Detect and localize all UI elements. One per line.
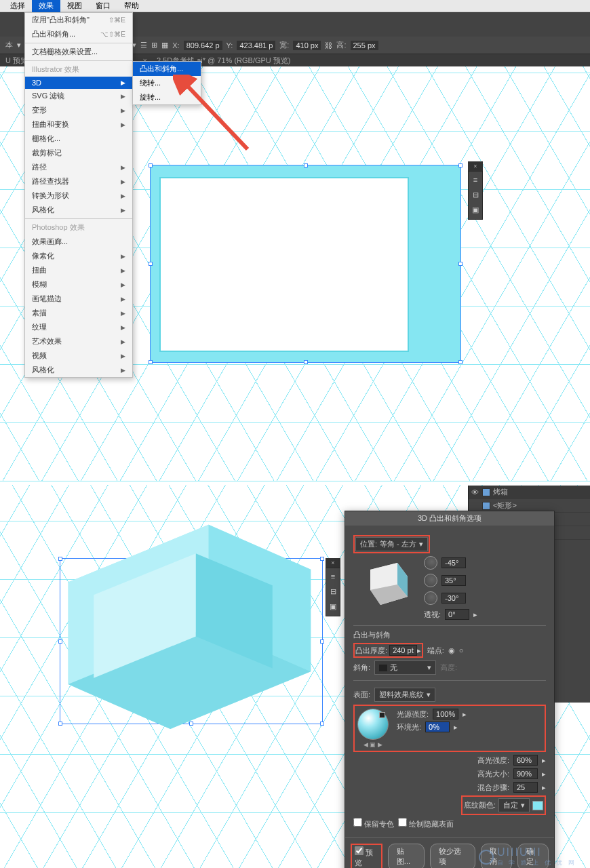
map-art-button[interactable]: 贴图... [388, 844, 425, 868]
distribute-icon[interactable]: ⊟ [328, 587, 338, 597]
highlight-field[interactable]: 60% [513, 755, 538, 766]
menu-path[interactable]: 路径▶ [25, 160, 132, 174]
highlight-size-field[interactable]: 90% [513, 768, 538, 779]
menu-last-effect[interactable]: 凸出和斜角...⌥⇧⌘E [25, 27, 132, 41]
preserve-spot-checkbox[interactable]: 保留专色 [353, 818, 394, 829]
grid-icon[interactable]: ▦ [161, 41, 168, 50]
surface-label: 表面: [353, 690, 370, 700]
menu-texture[interactable]: 纹理▶ [25, 320, 132, 334]
blend-steps-field[interactable]: 25 [513, 782, 538, 793]
selection-bounds[interactable] [150, 165, 461, 363]
rot-y-field[interactable]: 35° [441, 575, 466, 586]
annotation-arrow-icon [173, 75, 254, 156]
layer-item[interactable]: <矩形> [493, 500, 517, 511]
rot-z-dial[interactable] [424, 591, 437, 605]
depth-field[interactable]: 240 pt [389, 645, 417, 656]
h-label: 高: [336, 40, 346, 50]
menu-window[interactable]: 窗口 [89, 0, 117, 12]
surface-dropdown[interactable]: 塑料效果底纹▾ [374, 688, 435, 702]
menu-pixelate[interactable]: 像素化▶ [25, 249, 132, 263]
w-field[interactable]: 410 px [293, 41, 321, 50]
menu-help[interactable]: 帮助 [117, 0, 146, 12]
menu-rasterize[interactable]: 栅格化... [25, 132, 132, 146]
w-label: 宽: [279, 40, 289, 50]
fewer-options-button[interactable]: 较少选项 [430, 844, 475, 868]
layer-name[interactable]: 烤箱 [493, 487, 508, 497]
top-screenshot: 选择 效果 视图 窗口 帮助 本▾ 不透明度: 100%▾ 样式: ▾ ☰ ⊞ … [0, 0, 590, 481]
menu-distort2[interactable]: 扭曲▶ [25, 263, 132, 277]
menu-warp[interactable]: 变形▶ [25, 103, 132, 117]
dialog-title: 3D 凸出和斜角选项 [345, 511, 554, 526]
eye-icon[interactable]: 👁 [471, 488, 479, 496]
cap-label: 端点: [427, 646, 444, 656]
pathfinder-icon[interactable]: ▣ [328, 602, 338, 612]
position-dropdown[interactable]: 位置: 等角 - 左方▾ [355, 537, 428, 551]
menu-stylize[interactable]: 风格化▶ [25, 203, 132, 217]
watermark: UIIIUIII 自 学 路 上 优 优 网 [479, 846, 576, 867]
pathfinder-icon[interactable]: ▣ [471, 205, 480, 215]
menu-sketch[interactable]: 素描▶ [25, 306, 132, 320]
shade-color-dropdown[interactable]: 自定▾ [498, 798, 530, 812]
ambient-field[interactable]: 0% [425, 722, 450, 732]
menu-cropmarks[interactable]: 裁剪标记 [25, 146, 132, 160]
mini-panel-tab[interactable]: × [468, 161, 483, 171]
menu-stylize2[interactable]: 风格化▶ [25, 363, 132, 377]
height-label: 高度: [440, 663, 457, 673]
menu-effect[interactable]: 效果 [32, 0, 60, 12]
menu-brush[interactable]: 画笔描边▶ [25, 292, 132, 306]
cap-off-icon[interactable]: ○ [459, 646, 464, 654]
artwork-3d-box[interactable] [41, 512, 326, 729]
shade-color-swatch[interactable] [532, 801, 543, 810]
section-label: 凸出与斜角 [353, 630, 546, 640]
draw-hidden-checkbox[interactable]: 绘制隐藏表面 [398, 818, 454, 829]
mini-tools-panel: ≡ ⊟ ▣ [468, 171, 483, 220]
light-intensity-field[interactable]: 100% [433, 709, 458, 719]
x-label: X: [172, 41, 179, 50]
transform-icon[interactable]: ⊞ [151, 41, 157, 50]
app-menubar: 选择 效果 视图 窗口 帮助 [0, 0, 590, 12]
menu-select[interactable]: 选择 [3, 0, 32, 12]
align-icon[interactable]: ≡ [328, 572, 338, 582]
perspective-field[interactable]: 0° [445, 609, 469, 620]
menu-svg-filter[interactable]: SVG 滤镜▶ [25, 89, 132, 103]
svg-line-0 [183, 81, 248, 149]
cube-preview[interactable] [353, 556, 414, 610]
menu-view[interactable]: 视图 [60, 0, 89, 12]
menu-pathfinder[interactable]: 路径查找器▶ [25, 174, 132, 189]
bevel-dropdown[interactable]: 无▾ [374, 660, 436, 675]
bottom-screenshot: × ≡ ⊟ ▣ 👁烤箱 <矩形> <圆> <复合路径> 3D 凸出和斜角选项 位… [0, 485, 590, 868]
menu-artistic[interactable]: 艺术效果▶ [25, 334, 132, 349]
y-field[interactable]: 423.481 p [237, 41, 275, 50]
menu-gallery[interactable]: 效果画廊... [25, 235, 132, 249]
menu-3d[interactable]: 3D▶ [25, 77, 132, 89]
submenu-extrude[interactable]: 凸出和斜角... [133, 62, 201, 76]
h-field[interactable]: 255 px [351, 41, 378, 50]
perspective-label: 透视: [424, 610, 441, 620]
menu-section-ai: Illustrator 效果 [25, 62, 132, 77]
rot-x-dial[interactable] [424, 556, 437, 570]
align-icon[interactable]: ☰ [140, 41, 147, 50]
preview-checkbox[interactable]: 预览 [351, 844, 382, 868]
rot-x-field[interactable]: -45° [441, 557, 466, 568]
align-icon[interactable]: ≡ [471, 176, 480, 185]
rot-z-field[interactable]: -30° [441, 593, 466, 604]
effect-dropdown: 应用"凸出和斜角"⇧⌘E 凸出和斜角...⌥⇧⌘E 文档栅格效果设置... Il… [24, 12, 133, 378]
light-sphere[interactable] [357, 709, 389, 740]
menu-distort[interactable]: 扭曲和变换▶ [25, 117, 132, 132]
menu-convert-shape[interactable]: 转换为形状▶ [25, 189, 132, 203]
cap-on-icon[interactable]: ◉ [448, 646, 455, 655]
menu-apply-last[interactable]: 应用"凸出和斜角"⇧⌘E [25, 13, 132, 27]
menu-blur[interactable]: 模糊▶ [25, 277, 132, 292]
extrude-section: 凸出与斜角 凸出厚度: 240 pt▸ 端点: ◉ ○ 斜角: 无▾ 高度: [353, 625, 546, 675]
mini-panel-tab[interactable]: × [326, 558, 340, 568]
menu-video[interactable]: 视频▶ [25, 349, 132, 363]
rot-y-dial[interactable] [424, 574, 437, 587]
dialog-3d-extrude: 3D 凸出和斜角选项 位置: 等角 - 左方▾ -45° 35° -30° [345, 511, 555, 868]
y-label: Y: [227, 41, 233, 50]
distribute-icon[interactable]: ⊟ [471, 191, 480, 200]
x-field[interactable]: 809.642 p [184, 41, 222, 50]
menu-doc-raster[interactable]: 文档栅格效果设置... [25, 45, 132, 59]
link-wh-icon[interactable]: ⛓ [325, 41, 332, 50]
watermark-logo-icon [479, 850, 494, 865]
bevel-label: 斜角: [353, 663, 370, 673]
